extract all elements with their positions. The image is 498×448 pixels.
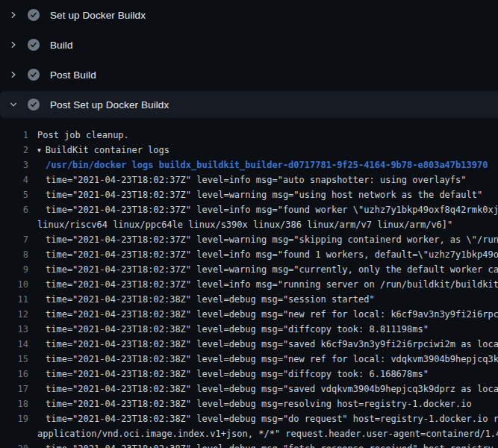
log-line-text: time="2021-04-23T18:02:38Z" level=debug …: [37, 396, 472, 411]
step-label: Set up Docker Buildx: [50, 10, 146, 21]
log-line-number[interactable]: 1: [0, 128, 28, 143]
log-line: 17time="2021-04-23T18:02:38Z" level=debu…: [0, 382, 498, 396]
log-line-text: time="2021-04-23T18:02:38Z" level=debug …: [37, 367, 429, 382]
log-line-text: time="2021-04-23T18:02:37Z" level=info m…: [37, 202, 498, 217]
log-line-text: time="2021-04-23T18:02:38Z" level=debug …: [37, 352, 498, 367]
step-row-post-set-up-docker-buildx[interactable]: Post Set up Docker Buildx: [0, 91, 498, 118]
log-line: 4time="2021-04-23T18:02:37Z" level=info …: [0, 172, 498, 187]
log-line-text: time="2021-04-23T18:02:37Z" level=warnin…: [37, 262, 498, 277]
steps-list: Set up Docker BuildxBuildPost BuildPost …: [0, 0, 498, 118]
step-row-post-build[interactable]: Post Build: [0, 60, 498, 90]
log-line: 2▼BuildKit container logs: [0, 143, 498, 158]
log-line-number[interactable]: 18: [0, 396, 28, 411]
log-line-text: time="2021-04-23T18:02:37Z" level=info m…: [37, 277, 498, 292]
log-line-number[interactable]: 11: [0, 292, 28, 307]
check-circle-icon: [28, 99, 40, 111]
log-line-text: time="2021-04-23T18:02:38Z" level=debug …: [37, 307, 498, 322]
log-line-number[interactable]: 3: [0, 158, 28, 172]
log-line: 3/usr/bin/docker logs buildx_buildkit_bu…: [0, 158, 498, 172]
log-line: 18time="2021-04-23T18:02:38Z" level=debu…: [0, 396, 498, 411]
log-line: 5time="2021-04-23T18:02:37Z" level=warni…: [0, 187, 498, 202]
log-line-number[interactable]: 19: [0, 411, 28, 426]
log-line-text: time="2021-04-23T18:02:38Z" level=debug …: [37, 292, 375, 307]
log-line: 1Post job cleanup.: [0, 128, 498, 143]
log-viewer: 1Post job cleanup.2▼BuildKit container l…: [0, 118, 498, 448]
log-line-text: ▼BuildKit container logs: [37, 143, 169, 158]
log-command-text: /usr/bin/docker logs buildx_buildkit_bui…: [37, 158, 488, 172]
check-circle-icon: [28, 9, 40, 21]
log-line: 12time="2021-04-23T18:02:38Z" level=debu…: [0, 307, 498, 322]
group-collapse-caret-icon[interactable]: ▼: [37, 143, 41, 158]
log-line-number[interactable]: 10: [0, 277, 28, 292]
log-line-number: [0, 217, 28, 232]
log-line: 19time="2021-04-23T18:02:38Z" level=debu…: [0, 411, 498, 426]
check-circle-icon: [28, 69, 40, 81]
log-line-text: time="2021-04-23T18:02:37Z" level=info m…: [37, 172, 467, 187]
log-line-text: time="2021-04-23T18:02:38Z" level=debug …: [37, 441, 498, 448]
log-line-text: time="2021-04-23T18:02:37Z" level=warnin…: [37, 187, 482, 202]
log-line-text: application/vnd.oci.image.index.v1+json,…: [37, 426, 498, 441]
log-line: 20time="2021-04-23T18:02:38Z" level=debu…: [0, 441, 498, 448]
log-line-number[interactable]: 8: [0, 247, 28, 262]
log-line-number[interactable]: 6: [0, 202, 28, 217]
log-line-number[interactable]: 16: [0, 367, 28, 382]
log-line-text: time="2021-04-23T18:02:37Z" level=warnin…: [37, 232, 498, 247]
log-line-number[interactable]: 5: [0, 187, 28, 202]
log-line-number[interactable]: 7: [0, 232, 28, 247]
log-line: 8time="2021-04-23T18:02:37Z" level=info …: [0, 247, 498, 262]
log-line-text: time="2021-04-23T18:02:38Z" level=debug …: [37, 337, 498, 352]
log-line: 11time="2021-04-23T18:02:38Z" level=debu…: [0, 292, 498, 307]
log-line-text: time="2021-04-23T18:02:37Z" level=info m…: [37, 247, 498, 262]
log-line-number[interactable]: 12: [0, 307, 28, 322]
log-line-text: Post job cleanup.: [37, 128, 129, 143]
log-line: 6time="2021-04-23T18:02:37Z" level=info …: [0, 202, 498, 217]
log-line-number[interactable]: 9: [0, 262, 28, 277]
log-line: 15time="2021-04-23T18:02:38Z" level=debu…: [0, 352, 498, 367]
log-line-continuation: application/vnd.oci.image.index.v1+json,…: [0, 426, 498, 441]
log-line-number[interactable]: 4: [0, 172, 28, 187]
group-title[interactable]: BuildKit container logs: [46, 145, 169, 155]
log-line-number[interactable]: 13: [0, 322, 28, 337]
step-row-set-up-docker-buildx[interactable]: Set up Docker Buildx: [0, 0, 498, 30]
log-line-continuation: linux/riscv64 linux/ppc64le linux/s390x …: [0, 217, 498, 232]
log-line-number[interactable]: 17: [0, 382, 28, 396]
log-line-text: time="2021-04-23T18:02:38Z" level=debug …: [37, 382, 498, 396]
log-line-text: linux/riscv64 linux/ppc64le linux/s390x …: [37, 217, 452, 232]
log-line: 13time="2021-04-23T18:02:38Z" level=debu…: [0, 322, 498, 337]
log-line-number[interactable]: 2: [0, 143, 28, 158]
check-circle-icon: [28, 39, 40, 51]
log-line: 10time="2021-04-23T18:02:37Z" level=info…: [0, 277, 498, 292]
log-line: 14time="2021-04-23T18:02:38Z" level=debu…: [0, 337, 498, 352]
log-line-text: time="2021-04-23T18:02:38Z" level=debug …: [37, 322, 429, 337]
log-line-number[interactable]: 20: [0, 441, 28, 448]
log-line: 7time="2021-04-23T18:02:37Z" level=warni…: [0, 232, 498, 247]
log-line-number: [0, 426, 28, 441]
chevron-right-icon: [10, 40, 17, 50]
log-line: 16time="2021-04-23T18:02:38Z" level=debu…: [0, 367, 498, 382]
step-row-build[interactable]: Build: [0, 30, 498, 60]
step-label: Build: [50, 40, 73, 51]
log-line: 9time="2021-04-23T18:02:37Z" level=warni…: [0, 262, 498, 277]
step-label: Post Build: [50, 69, 96, 81]
log-line-number[interactable]: 15: [0, 352, 28, 367]
log-line-number[interactable]: 14: [0, 337, 28, 352]
step-label: Post Set up Docker Buildx: [50, 99, 169, 111]
chevron-down-icon: [10, 99, 17, 110]
chevron-right-icon: [10, 10, 17, 20]
chevron-right-icon: [10, 69, 17, 80]
log-line-text: time="2021-04-23T18:02:38Z" level=debug …: [37, 411, 498, 426]
